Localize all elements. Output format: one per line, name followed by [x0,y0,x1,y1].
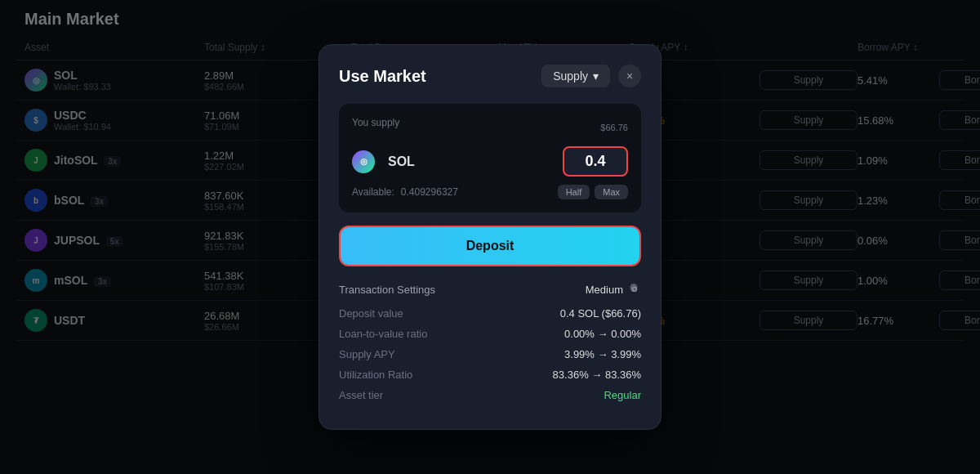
tx-row-value: 0.4 SOL ($66.76) [560,307,641,320]
tx-detail-row: Asset tier Regular [339,389,641,401]
tx-settings-row: Transaction Settings Medium [339,283,641,296]
use-market-modal: Use Market Supply ▾ × You supply $66.76 … [318,44,662,430]
tx-row-value: 3.99% → 3.99% [564,348,641,360]
modal-header: Use Market Supply ▾ × [339,65,641,87]
supply-label: You supply [352,117,399,128]
half-btn[interactable]: Half [558,185,590,199]
tx-row-label: Asset tier [339,389,383,401]
gear-icon[interactable] [628,283,641,296]
available-label: Available: [352,186,394,198]
tx-medium-label: Medium [586,284,623,296]
supply-sol-icon: ◎ [352,150,375,173]
tx-row-label: Deposit value [339,307,403,320]
tx-rows-container: Deposit value 0.4 SOL ($66.76) Loan-to-v… [339,307,641,401]
tx-settings-value: Medium [586,283,641,296]
deposit-button[interactable]: Deposit [339,226,641,266]
tx-row-label: Supply APY [339,348,395,360]
tx-detail-row: Loan-to-value ratio 0.00% → 0.00% [339,328,641,340]
half-max-buttons: Half Max [558,185,628,199]
supply-available-row: Available: 0.409296327 Half Max [352,185,628,199]
tx-row-label: Utilization Ratio [339,369,412,381]
available-value: 0.409296327 [401,186,458,198]
tx-row-value: 0.00% → 0.00% [564,328,641,340]
modal-close-btn[interactable]: × [618,65,641,87]
supply-toggle-btn[interactable]: Supply ▾ [541,65,610,87]
supply-row: ◎ SOL 0.4 [352,146,628,177]
supply-asset: ◎ SOL [352,150,415,173]
max-btn[interactable]: Max [595,185,628,199]
transaction-settings: Transaction Settings Medium Deposit valu… [339,283,641,401]
supply-asset-name: SOL [388,154,415,169]
tx-row-value: Regular [604,389,641,401]
tx-row-value: 83.36% → 83.36% [553,369,641,381]
tx-detail-row: Utilization Ratio 83.36% → 83.36% [339,369,641,381]
tx-detail-row: Deposit value 0.4 SOL ($66.76) [339,307,641,320]
supply-usd-value: $66.76 [600,123,628,132]
modal-overlay: Use Market Supply ▾ × You supply $66.76 … [0,0,980,474]
supply-toggle-label: Supply [553,69,588,83]
supply-amount-input[interactable]: 0.4 [563,146,628,177]
tx-row-label: Loan-to-value ratio [339,328,427,340]
supply-input-area: You supply $66.76 ◎ SOL 0.4 Available: 0… [339,104,641,212]
modal-title: Use Market [339,67,426,86]
modal-header-controls: Supply ▾ × [541,65,641,87]
chevron-down-icon: ▾ [593,69,599,83]
tx-detail-row: Supply APY 3.99% → 3.99% [339,348,641,360]
tx-settings-label: Transaction Settings [339,284,435,296]
